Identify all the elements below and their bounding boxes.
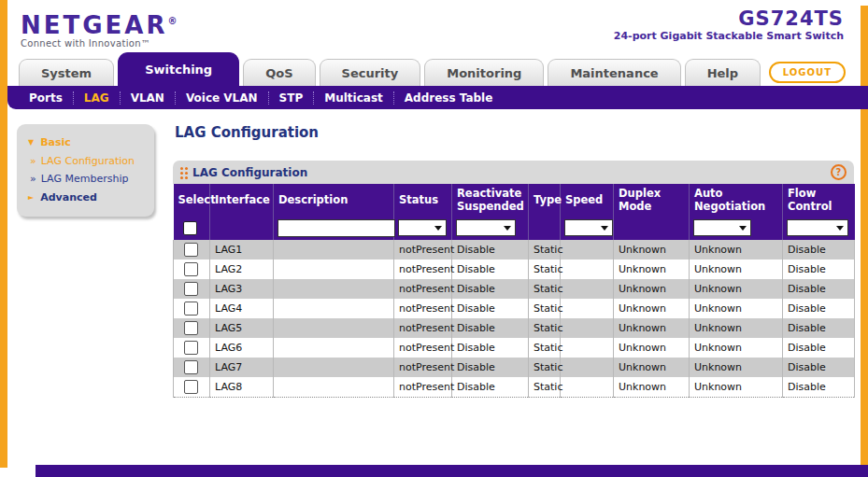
flow-control-filter-dropdown[interactable] bbox=[787, 219, 848, 236]
column-header-select: Select bbox=[174, 184, 210, 216]
cell-description bbox=[274, 377, 394, 397]
cell-auto-negotiation: Unknown bbox=[690, 260, 783, 279]
tab-qos[interactable]: QoS bbox=[243, 59, 315, 86]
tab-system[interactable]: System bbox=[19, 59, 114, 86]
model-block: GS724TS 24-port Gigabit Stackable Smart … bbox=[614, 7, 844, 42]
cell-description bbox=[274, 318, 394, 338]
cell-flow-control: Disable bbox=[783, 338, 855, 358]
cell-type: Static bbox=[529, 358, 561, 377]
cell-reactivate-suspended: Disable bbox=[452, 338, 529, 358]
column-header-type: Type bbox=[529, 184, 561, 216]
row-select-checkbox[interactable] bbox=[184, 262, 198, 276]
cell-auto-negotiation: Unknown bbox=[690, 358, 783, 377]
row-select-checkbox[interactable] bbox=[184, 360, 198, 374]
cell-reactivate-suspended: Disable bbox=[452, 318, 529, 338]
filter-cell-description bbox=[274, 216, 394, 240]
row-select-checkbox[interactable] bbox=[184, 302, 198, 316]
sidebar-group-advanced[interactable]: ► Advanced bbox=[17, 188, 154, 207]
tab-help[interactable]: Help bbox=[685, 59, 761, 86]
cell-flow-control: Disable bbox=[783, 299, 855, 318]
cell-interface: LAG5 bbox=[210, 318, 274, 338]
cell-status: notPresent bbox=[394, 240, 452, 260]
table-row-lag8: LAG8notPresentDisableStaticUnknownUnknow… bbox=[174, 377, 855, 397]
cell-flow-control: Disable bbox=[783, 279, 855, 299]
right-accent-stripe bbox=[861, 6, 868, 471]
description-filter-input[interactable] bbox=[277, 219, 395, 237]
submenu-item-multicast[interactable]: Multicast bbox=[313, 91, 393, 105]
submenu-item-vlan[interactable]: VLAN bbox=[120, 91, 175, 105]
submenu-item-lag[interactable]: LAG bbox=[73, 91, 120, 105]
cell-interface: LAG4 bbox=[210, 299, 274, 318]
cell-auto-negotiation: Unknown bbox=[690, 338, 783, 358]
column-header-status: Status bbox=[394, 184, 452, 216]
cell-status: notPresent bbox=[394, 318, 452, 338]
section-title: LAG Configuration bbox=[192, 166, 307, 179]
speed-filter-dropdown[interactable] bbox=[564, 219, 613, 236]
page: { "brand": { "logo": "NETGEAR", "logo_re… bbox=[0, 0, 868, 477]
chevron-right-icon: ► bbox=[28, 194, 34, 202]
row-select-checkbox[interactable] bbox=[184, 321, 198, 335]
cell-duplex-mode: Unknown bbox=[614, 279, 690, 299]
cell-select bbox=[174, 318, 210, 338]
cell-auto-negotiation: Unknown bbox=[690, 240, 783, 260]
reactivate-suspended-filter-dropdown[interactable] bbox=[456, 219, 516, 236]
tab-maintenance[interactable]: Maintenance bbox=[548, 59, 680, 86]
tab-security[interactable]: Security bbox=[320, 59, 421, 86]
page-title: LAG Configuration bbox=[175, 124, 319, 141]
row-select-checkbox[interactable] bbox=[184, 341, 198, 355]
tab-monitoring[interactable]: Monitoring bbox=[424, 59, 544, 86]
cell-status: notPresent bbox=[394, 377, 452, 397]
cell-reactivate-suspended: Disable bbox=[452, 240, 529, 260]
help-icon[interactable]: ? bbox=[831, 164, 847, 180]
cell-duplex-mode: Unknown bbox=[614, 240, 690, 260]
cell-reactivate-suspended: Disable bbox=[452, 358, 529, 377]
cell-select bbox=[174, 358, 210, 377]
cell-status: notPresent bbox=[394, 338, 452, 358]
status-filter-dropdown[interactable] bbox=[398, 219, 447, 236]
cell-status: notPresent bbox=[394, 358, 452, 377]
model-subtitle: 24-port Gigabit Stackable Smart Switch bbox=[614, 30, 844, 42]
filter-cell-status bbox=[394, 216, 452, 240]
left-accent-stripe bbox=[0, 0, 7, 468]
cell-speed bbox=[561, 377, 614, 397]
tab-bar: SystemSwitchingQoSSecurityMonitoringMain… bbox=[19, 53, 765, 86]
cell-flow-control: Disable bbox=[783, 240, 855, 260]
submenu-item-address-table[interactable]: Address Table bbox=[393, 91, 504, 105]
table-row-lag4: LAG4notPresentDisableStaticUnknownUnknow… bbox=[174, 299, 855, 318]
submenu-bar: PortsLAGVLANVoice VLANSTPMulticastAddres… bbox=[7, 86, 868, 109]
cell-duplex-mode: Unknown bbox=[614, 260, 690, 279]
cell-type: Static bbox=[529, 279, 561, 299]
row-select-checkbox[interactable] bbox=[184, 243, 198, 257]
sidebar-item-lag-membership[interactable]: » LAG Membership bbox=[17, 170, 154, 188]
row-select-checkbox[interactable] bbox=[184, 282, 198, 296]
cell-description bbox=[274, 358, 394, 377]
cell-speed bbox=[561, 240, 614, 260]
tab-switching[interactable]: Switching bbox=[118, 52, 239, 86]
model-name: GS724TS bbox=[614, 7, 844, 30]
sidebar-item-label: LAG Configuration bbox=[41, 155, 135, 167]
table-row-lag6: LAG6notPresentDisableStaticUnknownUnknow… bbox=[174, 338, 855, 358]
brand-tagline: Connect with Innovation™ bbox=[21, 38, 178, 49]
cell-interface: LAG1 bbox=[210, 240, 274, 260]
sidebar-group-basic[interactable]: ▼ Basic bbox=[17, 133, 154, 152]
select-all-checkbox[interactable] bbox=[183, 221, 197, 235]
submenu-item-stp[interactable]: STP bbox=[268, 91, 314, 105]
filter-cell-type bbox=[529, 216, 561, 240]
cell-interface: LAG6 bbox=[210, 338, 274, 358]
cell-duplex-mode: Unknown bbox=[614, 338, 690, 358]
cell-flow-control: Disable bbox=[783, 260, 855, 279]
cell-flow-control: Disable bbox=[783, 318, 855, 338]
logout-button[interactable]: LOGOUT bbox=[769, 62, 846, 83]
auto-negotiation-filter-dropdown[interactable] bbox=[693, 219, 751, 236]
sidebar: ▼ Basic » LAG Configuration » LAG Member… bbox=[17, 124, 154, 217]
column-header-flow-control: Flow Control bbox=[783, 184, 855, 216]
column-header-description: Description bbox=[274, 184, 394, 216]
registered-mark: ® bbox=[168, 16, 178, 26]
submenu-item-voice-vlan[interactable]: Voice VLAN bbox=[175, 91, 268, 105]
submenu-item-ports[interactable]: Ports bbox=[19, 91, 73, 105]
cell-flow-control: Disable bbox=[783, 358, 855, 377]
cell-auto-negotiation: Unknown bbox=[690, 318, 783, 338]
filter-cell-speed bbox=[561, 216, 614, 240]
sidebar-item-lag-configuration[interactable]: » LAG Configuration bbox=[17, 152, 154, 170]
row-select-checkbox[interactable] bbox=[184, 380, 198, 394]
